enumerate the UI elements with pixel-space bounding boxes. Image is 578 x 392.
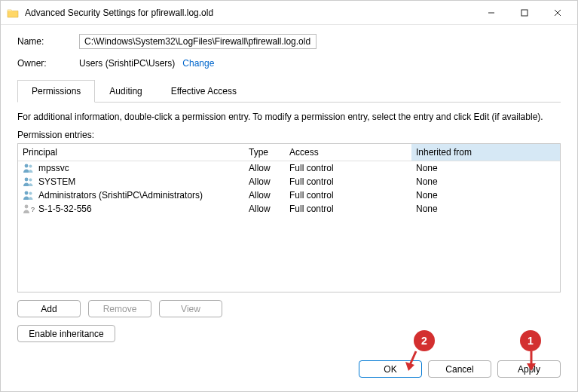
- users-icon: [23, 176, 35, 187]
- change-owner-link[interactable]: Change: [182, 58, 214, 69]
- owner-value: Users (SrishtiPC\Users): [79, 58, 175, 69]
- header-access[interactable]: Access: [285, 144, 411, 161]
- principal-cell: Administrators (SrishtiPC\Administrators…: [18, 189, 244, 201]
- view-button: View: [159, 300, 222, 317]
- permission-list[interactable]: Principal Type Access Inherited from mps…: [17, 143, 561, 292]
- remove-button: Remove: [88, 300, 151, 317]
- advanced-security-window: Advanced Security Settings for pfirewall…: [0, 0, 578, 392]
- table-row[interactable]: SYSTEMAllowFull controlNone: [18, 175, 560, 188]
- users-icon: [23, 190, 35, 201]
- folder-icon: [7, 8, 19, 18]
- annotation-badge-1: 1: [520, 330, 541, 351]
- access-cell: Full control: [285, 162, 411, 174]
- name-label: Name:: [17, 36, 79, 47]
- svg-marker-13: [527, 363, 536, 371]
- annotation-arrow-2: [405, 350, 419, 371]
- principal-name: SYSTEM: [38, 176, 75, 187]
- cancel-button[interactable]: Cancel: [428, 360, 491, 378]
- titlebar: Advanced Security Settings for pfirewall…: [1, 1, 577, 25]
- tab-effective-access[interactable]: Effective Access: [157, 80, 251, 103]
- content-pane: Name: Owner: Users (SrishtiPC\Users) Cha…: [8, 31, 570, 384]
- owner-label: Owner:: [17, 58, 79, 69]
- access-cell: Full control: [285, 189, 411, 201]
- principal-cell: ?S-1-5-32-556: [18, 203, 244, 215]
- maximize-button[interactable]: [508, 2, 541, 24]
- inherited-cell: None: [411, 162, 560, 174]
- svg-line-14: [410, 351, 416, 365]
- owner-row: Owner: Users (SrishtiPC\Users) Change: [17, 58, 561, 69]
- type-cell: Allow: [244, 189, 285, 201]
- table-row[interactable]: mpssvcAllowFull controlNone: [18, 161, 560, 175]
- list-rows: mpssvcAllowFull controlNoneSYSTEMAllowFu…: [18, 161, 560, 216]
- users-icon: [23, 163, 35, 173]
- info-text: For additional information, double-click…: [17, 112, 561, 122]
- svg-point-9: [29, 192, 32, 195]
- inherited-cell: None: [411, 176, 560, 188]
- svg-rect-1: [521, 10, 528, 16]
- tab-auditing[interactable]: Auditing: [95, 80, 156, 103]
- name-row: Name:: [17, 34, 561, 49]
- svg-point-10: [25, 205, 29, 209]
- type-cell: Allow: [244, 162, 285, 174]
- window-title: Advanced Security Settings for pfirewall…: [25, 8, 475, 18]
- unknown-user-icon: ?: [23, 204, 35, 214]
- tab-permissions[interactable]: Permissions: [17, 80, 95, 103]
- principal-name: S-1-5-32-556: [38, 204, 92, 214]
- inherited-cell: None: [411, 189, 560, 201]
- access-cell: Full control: [285, 176, 411, 188]
- header-principal[interactable]: Principal: [18, 144, 244, 161]
- svg-point-5: [29, 165, 32, 168]
- close-button[interactable]: [541, 2, 574, 24]
- principal-cell: mpssvc: [18, 162, 244, 174]
- header-inherited[interactable]: Inherited from: [411, 144, 560, 161]
- principal-name: mpssvc: [38, 163, 69, 173]
- svg-point-6: [25, 178, 29, 182]
- inherited-cell: None: [411, 203, 560, 215]
- enable-inheritance-button[interactable]: Enable inheritance: [17, 325, 115, 342]
- svg-point-8: [25, 191, 29, 195]
- name-input[interactable]: [79, 34, 317, 49]
- header-type[interactable]: Type: [244, 144, 285, 161]
- annotation-arrow-1: [524, 350, 538, 371]
- tabs: Permissions Auditing Effective Access: [17, 79, 561, 103]
- svg-text:?: ?: [31, 206, 35, 213]
- entry-buttons-row: Add Remove View: [17, 300, 561, 317]
- principal-cell: SYSTEM: [18, 176, 244, 188]
- access-cell: Full control: [285, 203, 411, 215]
- table-row[interactable]: ?S-1-5-32-556AllowFull controlNone: [18, 202, 560, 216]
- type-cell: Allow: [244, 176, 285, 188]
- entries-label: Permission entries:: [17, 130, 561, 140]
- svg-point-7: [29, 179, 32, 182]
- inheritance-row: Enable inheritance: [17, 325, 561, 342]
- type-cell: Allow: [244, 203, 285, 215]
- annotation-badge-2: 2: [414, 330, 435, 351]
- svg-point-4: [25, 164, 29, 168]
- dialog-buttons: OK Cancel Apply: [17, 354, 561, 379]
- list-header: Principal Type Access Inherited from: [18, 144, 560, 161]
- minimize-button[interactable]: [475, 2, 508, 24]
- principal-name: Administrators (SrishtiPC\Administrators…: [38, 190, 203, 201]
- table-row[interactable]: Administrators (SrishtiPC\Administrators…: [18, 188, 560, 202]
- add-button[interactable]: Add: [17, 300, 81, 317]
